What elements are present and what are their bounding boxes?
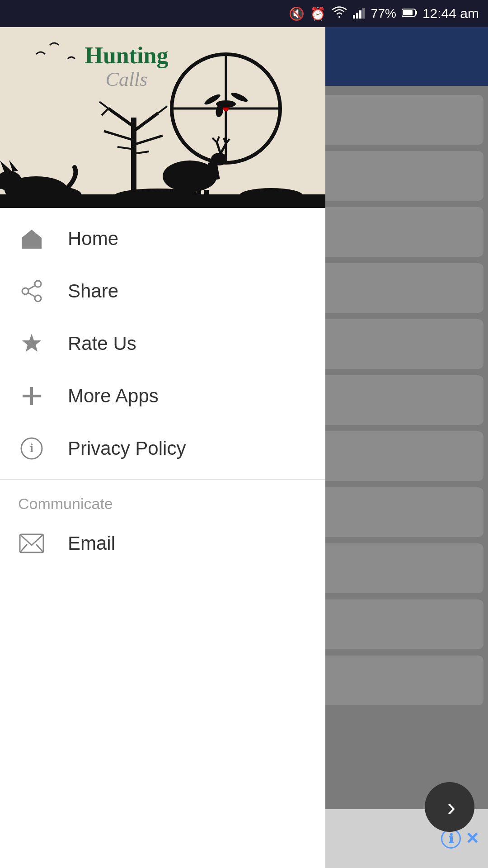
share-icon — [18, 278, 45, 305]
battery-text: 77% — [371, 6, 396, 21]
more-apps-label: More Apps — [68, 385, 159, 407]
menu-item-privacy[interactable]: i Privacy Policy — [0, 422, 325, 475]
menu-item-rate[interactable]: Rate Us — [0, 317, 325, 370]
star-icon — [18, 330, 45, 357]
share-label: Share — [68, 280, 118, 302]
time-display: 12:44 am — [422, 6, 479, 21]
status-bar-right: 🔇 ⏰ 77% 12:44 am — [289, 6, 479, 22]
info-icon: i — [18, 435, 45, 462]
svg-text:Hunting: Hunting — [85, 42, 169, 68]
svg-text:i: i — [30, 441, 33, 455]
alarm-icon: ⏰ — [310, 6, 326, 21]
navigation-drawer: Hunting Calls — [0, 27, 325, 868]
svg-marker-60 — [22, 334, 41, 352]
menu-item-email[interactable]: Email — [0, 517, 325, 570]
svg-point-53 — [239, 188, 303, 203]
svg-line-59 — [28, 293, 35, 297]
svg-rect-3 — [362, 8, 365, 19]
svg-rect-1 — [356, 13, 358, 19]
menu-item-more-apps[interactable]: More Apps — [0, 370, 325, 422]
drawer-menu: Home Share Rate Us — [0, 208, 325, 868]
menu-item-home[interactable]: Home — [0, 212, 325, 265]
next-arrow-icon: › — [447, 793, 455, 821]
ad-close-icon[interactable]: ✕ — [465, 829, 479, 848]
svg-line-58 — [28, 286, 35, 289]
svg-rect-2 — [359, 10, 361, 19]
svg-point-52 — [113, 189, 203, 205]
svg-point-51 — [9, 185, 81, 203]
svg-rect-62 — [23, 395, 41, 397]
menu-divider — [0, 479, 325, 480]
svg-rect-0 — [353, 15, 355, 19]
fab-next-button[interactable]: › — [425, 782, 474, 832]
home-icon — [18, 225, 45, 252]
svg-line-67 — [36, 544, 43, 552]
svg-rect-54 — [29, 242, 34, 249]
plus-icon — [18, 382, 45, 410]
home-label: Home — [68, 228, 118, 250]
svg-point-55 — [35, 281, 41, 287]
battery-icon — [402, 7, 417, 21]
svg-rect-6 — [403, 10, 413, 15]
drawer-header: Hunting Calls — [0, 27, 325, 208]
signal-icon — [353, 6, 366, 22]
email-icon — [18, 530, 45, 557]
mute-icon: 🔇 — [289, 6, 305, 21]
svg-line-66 — [20, 544, 27, 552]
communicate-section-label: Communicate — [0, 484, 325, 517]
status-bar: 🔇 ⏰ 77% 12:44 am — [0, 0, 488, 27]
menu-item-share[interactable]: Share — [0, 265, 325, 317]
privacy-label: Privacy Policy — [68, 438, 186, 459]
svg-point-57 — [35, 295, 41, 302]
svg-text:Calls: Calls — [106, 68, 148, 90]
svg-point-56 — [22, 288, 28, 294]
rate-label: Rate Us — [68, 333, 136, 354]
wifi-icon — [331, 6, 347, 22]
svg-point-30 — [211, 153, 227, 165]
svg-rect-5 — [415, 11, 417, 14]
email-label: Email — [68, 533, 115, 554]
